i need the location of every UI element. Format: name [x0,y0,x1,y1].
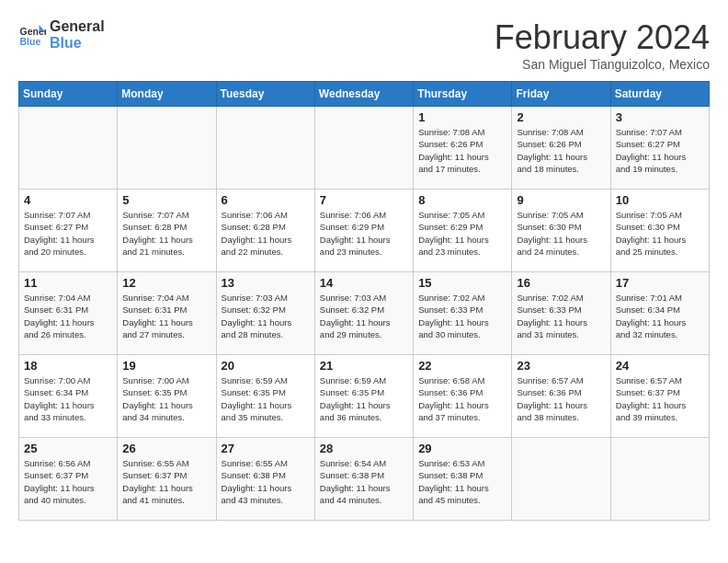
week-row-2: 4Sunrise: 7:07 AMSunset: 6:27 PMDaylight… [19,190,710,272]
day-info: Sunrise: 7:01 AMSunset: 6:34 PMDaylight:… [616,292,704,340]
day-number: 19 [122,359,210,373]
day-number: 18 [24,359,112,373]
day-info: Sunrise: 7:00 AMSunset: 6:35 PMDaylight:… [122,374,210,423]
day-info: Sunrise: 6:57 AMSunset: 6:37 PMDaylight:… [616,374,704,423]
calendar-cell: 8Sunrise: 7:05 AMSunset: 6:29 PMDaylight… [414,190,512,272]
day-info: Sunrise: 6:58 AMSunset: 6:36 PMDaylight:… [418,374,506,423]
logo-icon: General Blue [18,21,46,49]
calendar-cell: 7Sunrise: 7:06 AMSunset: 6:29 PMDaylight… [314,190,413,272]
calendar-cell: 26Sunrise: 6:55 AMSunset: 6:37 PMDayligh… [118,438,216,521]
calendar-cell: 19Sunrise: 7:00 AMSunset: 6:35 PMDayligh… [118,355,216,438]
calendar-cell [314,107,413,190]
calendar-cell: 24Sunrise: 6:57 AMSunset: 6:37 PMDayligh… [610,355,709,438]
calendar-cell: 20Sunrise: 6:59 AMSunset: 6:35 PMDayligh… [216,355,314,438]
header-thursday: Thursday [414,82,512,107]
day-info: Sunrise: 7:07 AMSunset: 6:27 PMDaylight:… [24,209,112,258]
header-tuesday: Tuesday [216,82,314,107]
day-number: 21 [320,359,408,373]
day-number: 20 [222,359,310,373]
header-saturday: Saturday [610,82,709,107]
day-info: Sunrise: 7:03 AMSunset: 6:32 PMDaylight:… [320,292,408,340]
day-number: 3 [616,110,704,124]
day-info: Sunrise: 7:02 AMSunset: 6:33 PMDaylight:… [517,292,605,340]
calendar-cell: 29Sunrise: 6:53 AMSunset: 6:38 PMDayligh… [414,438,512,521]
day-number: 4 [24,193,112,207]
day-number: 2 [517,110,605,124]
day-number: 5 [122,193,210,207]
calendar-cell: 6Sunrise: 7:06 AMSunset: 6:28 PMDaylight… [216,190,314,272]
calendar-cell [118,107,216,190]
logo-general: General [50,18,105,35]
day-info: Sunrise: 7:08 AMSunset: 6:26 PMDaylight:… [418,126,506,175]
day-info: Sunrise: 6:56 AMSunset: 6:37 PMDaylight:… [24,457,112,506]
calendar-cell [512,438,610,521]
day-info: Sunrise: 7:07 AMSunset: 6:28 PMDaylight:… [122,209,210,258]
day-number: 14 [320,276,408,290]
week-row-3: 11Sunrise: 7:04 AMSunset: 6:31 PMDayligh… [19,272,710,355]
day-info: Sunrise: 7:05 AMSunset: 6:30 PMDaylight:… [517,209,605,258]
day-number: 25 [24,442,112,455]
day-info: Sunrise: 6:59 AMSunset: 6:35 PMDaylight:… [222,374,310,423]
logo: General Blue General Blue [18,18,105,51]
header-monday: Monday [118,82,216,107]
calendar-cell: 21Sunrise: 6:59 AMSunset: 6:35 PMDayligh… [314,355,413,438]
day-info: Sunrise: 7:04 AMSunset: 6:31 PMDaylight:… [122,292,210,340]
day-number: 11 [24,276,112,290]
calendar-cell: 18Sunrise: 7:00 AMSunset: 6:34 PMDayligh… [19,355,118,438]
calendar-cell [216,107,314,190]
calendar-cell: 23Sunrise: 6:57 AMSunset: 6:36 PMDayligh… [512,355,610,438]
day-info: Sunrise: 7:00 AMSunset: 6:34 PMDaylight:… [24,374,112,423]
day-number: 15 [418,276,506,290]
calendar-cell [610,438,709,521]
calendar-cell: 12Sunrise: 7:04 AMSunset: 6:31 PMDayligh… [118,272,216,355]
calendar-cell: 25Sunrise: 6:56 AMSunset: 6:37 PMDayligh… [19,438,118,521]
day-info: Sunrise: 7:03 AMSunset: 6:32 PMDaylight:… [222,292,310,340]
day-number: 1 [418,110,506,124]
week-row-4: 18Sunrise: 7:00 AMSunset: 6:34 PMDayligh… [19,355,710,438]
day-info: Sunrise: 6:53 AMSunset: 6:38 PMDaylight:… [418,457,506,506]
calendar-header-row: SundayMondayTuesdayWednesdayThursdayFrid… [19,82,710,107]
day-number: 23 [517,359,605,373]
day-info: Sunrise: 7:02 AMSunset: 6:33 PMDaylight:… [418,292,506,340]
day-number: 12 [122,276,210,290]
day-number: 10 [616,193,704,207]
calendar-cell: 9Sunrise: 7:05 AMSunset: 6:30 PMDaylight… [512,190,610,272]
day-number: 17 [616,276,704,290]
day-number: 22 [418,359,506,373]
calendar-cell: 10Sunrise: 7:05 AMSunset: 6:30 PMDayligh… [610,190,709,272]
month-title: February 2024 [495,18,710,57]
day-info: Sunrise: 7:07 AMSunset: 6:27 PMDaylight:… [616,126,704,175]
day-info: Sunrise: 6:54 AMSunset: 6:38 PMDaylight:… [320,457,408,506]
day-info: Sunrise: 7:08 AMSunset: 6:26 PMDaylight:… [517,126,605,175]
calendar-cell: 14Sunrise: 7:03 AMSunset: 6:32 PMDayligh… [314,272,413,355]
calendar-cell: 16Sunrise: 7:02 AMSunset: 6:33 PMDayligh… [512,272,610,355]
calendar-cell: 28Sunrise: 6:54 AMSunset: 6:38 PMDayligh… [314,438,413,521]
calendar-cell: 13Sunrise: 7:03 AMSunset: 6:32 PMDayligh… [216,272,314,355]
day-info: Sunrise: 6:57 AMSunset: 6:36 PMDaylight:… [517,374,605,423]
day-number: 28 [320,442,408,455]
calendar-cell: 17Sunrise: 7:01 AMSunset: 6:34 PMDayligh… [610,272,709,355]
day-info: Sunrise: 7:05 AMSunset: 6:30 PMDaylight:… [616,209,704,258]
day-number: 26 [122,442,210,455]
page-header: General Blue General Blue February 2024 … [18,18,710,72]
header-friday: Friday [512,82,610,107]
week-row-1: 1Sunrise: 7:08 AMSunset: 6:26 PMDaylight… [19,107,710,190]
week-row-5: 25Sunrise: 6:56 AMSunset: 6:37 PMDayligh… [19,438,710,521]
calendar-cell: 27Sunrise: 6:55 AMSunset: 6:38 PMDayligh… [216,438,314,521]
calendar-cell: 2Sunrise: 7:08 AMSunset: 6:26 PMDaylight… [512,107,610,190]
day-info: Sunrise: 7:05 AMSunset: 6:29 PMDaylight:… [418,209,506,258]
day-info: Sunrise: 7:06 AMSunset: 6:28 PMDaylight:… [222,209,310,258]
day-info: Sunrise: 7:04 AMSunset: 6:31 PMDaylight:… [24,292,112,340]
calendar-cell: 5Sunrise: 7:07 AMSunset: 6:28 PMDaylight… [118,190,216,272]
day-number: 8 [418,193,506,207]
day-info: Sunrise: 6:59 AMSunset: 6:35 PMDaylight:… [320,374,408,423]
logo-blue: Blue [50,35,105,52]
calendar-cell: 15Sunrise: 7:02 AMSunset: 6:33 PMDayligh… [414,272,512,355]
calendar-cell: 3Sunrise: 7:07 AMSunset: 6:27 PMDaylight… [610,107,709,190]
calendar-cell: 11Sunrise: 7:04 AMSunset: 6:31 PMDayligh… [19,272,118,355]
title-block: February 2024 San Miguel Tianguizolco, M… [495,18,710,72]
location-subtitle: San Miguel Tianguizolco, Mexico [495,57,710,72]
calendar-cell: 4Sunrise: 7:07 AMSunset: 6:27 PMDaylight… [19,190,118,272]
day-number: 6 [222,193,310,207]
header-sunday: Sunday [19,82,118,107]
